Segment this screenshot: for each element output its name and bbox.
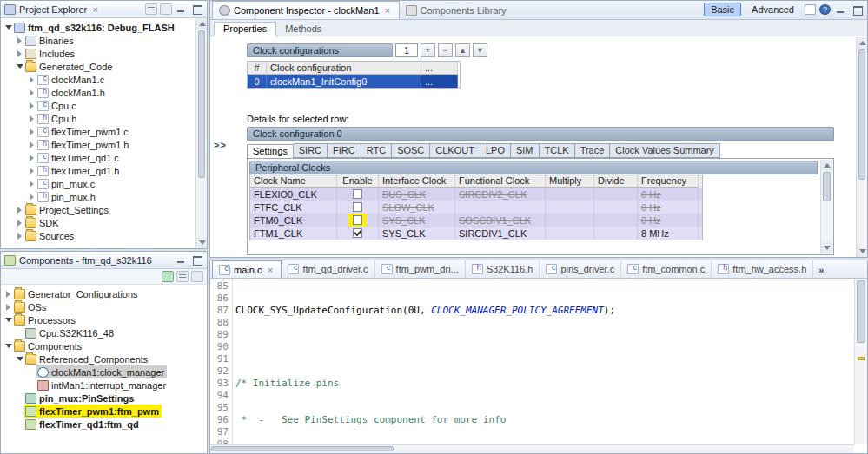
tree-item-sources[interactable]: Sources xyxy=(1,229,207,242)
scrollbar[interactable] xyxy=(195,18,207,248)
expand-arrow[interactable] xyxy=(15,36,24,45)
close-icon[interactable]: × xyxy=(383,5,393,16)
code-line[interactable]: CLOCK_SYS_UpdateConfiguration(0U, CLOCK_… xyxy=(235,305,854,317)
table-scrollbar[interactable] xyxy=(820,160,832,253)
tree-item-oss[interactable]: OSs xyxy=(1,300,207,313)
expand-arrow[interactable] xyxy=(3,341,13,351)
add-component-icon[interactable] xyxy=(162,271,174,282)
tab-overflow-chevron[interactable]: » xyxy=(818,265,824,278)
close-icon[interactable]: × xyxy=(90,4,100,15)
scroll-up-icon[interactable] xyxy=(196,18,207,30)
maximize-icon[interactable] xyxy=(190,254,203,266)
expand-arrow[interactable] xyxy=(15,231,24,240)
expand-arrow[interactable] xyxy=(15,218,24,227)
tree-item-file[interactable]: flexTimer_pwm1.c xyxy=(1,125,207,138)
enable-checkbox[interactable] xyxy=(353,215,362,225)
maximize-icon[interactable] xyxy=(190,3,203,15)
table-row-ftm1-clk[interactable]: FTM1_CLK SYS_CLK SIRCDIV1_CLK 8 MHz xyxy=(250,227,702,240)
document-icon[interactable] xyxy=(805,4,816,15)
expand-arrow[interactable] xyxy=(27,75,36,84)
table-row-selected[interactable]: 0 clockMan1_InitConfig0 ... xyxy=(248,75,460,88)
scroll-up-icon[interactable] xyxy=(821,160,832,171)
tree-item-file[interactable]: pin_mux.c xyxy=(1,177,207,190)
link-with-editor-icon[interactable] xyxy=(160,3,172,15)
close-icon[interactable]: × xyxy=(265,265,275,275)
tab-methods[interactable]: Methods xyxy=(276,23,330,36)
tree-item-binaries[interactable]: Binaries xyxy=(1,34,207,47)
tab-clock-values-summary[interactable]: Clock Values Summary xyxy=(610,143,720,158)
expand-arrow[interactable] xyxy=(3,315,13,325)
basic-button[interactable]: Basic xyxy=(704,3,741,16)
expand-arrow[interactable] xyxy=(15,62,24,71)
tab-ftm-pwm-driver-c[interactable]: ftm_pwm_dri... xyxy=(375,260,466,278)
minimize-icon[interactable] xyxy=(175,254,188,266)
collapse-all-icon[interactable] xyxy=(176,271,189,282)
tab-ftm-qd-driver-c[interactable]: ftm_qd_driver.c xyxy=(282,260,374,278)
remove-config-button[interactable]: − xyxy=(438,43,453,57)
move-up-button[interactable]: ▲ xyxy=(455,43,470,57)
tab-sirc[interactable]: SIRC xyxy=(294,143,328,158)
move-down-button[interactable]: ▼ xyxy=(473,43,487,57)
tree-item-generated-code[interactable]: Generated_Code xyxy=(1,60,207,73)
tree-item-includes[interactable]: Includes xyxy=(1,47,207,60)
scrollbar-thumb[interactable] xyxy=(858,49,865,180)
expand-arrow[interactable] xyxy=(3,302,13,312)
tab-ftm-hw-access-h[interactable]: ftm_hw_access.h xyxy=(712,260,813,278)
tab-ftm-common-c[interactable]: ftm_common.c xyxy=(621,260,712,278)
maximize-icon[interactable] xyxy=(851,4,864,16)
expand-arrow[interactable] xyxy=(15,49,24,58)
expand-arrow[interactable] xyxy=(27,140,36,149)
tree-item-generator-configurations[interactable]: Generator_Configurations xyxy=(1,287,207,300)
tree-item-components[interactable]: Components xyxy=(1,339,207,352)
tab-sim[interactable]: SIM xyxy=(511,143,540,158)
tree-item-file[interactable]: Cpu.h xyxy=(1,112,207,125)
tree-item-processors[interactable]: Processors xyxy=(1,313,207,326)
table-row-ftm0-clk[interactable]: FTM0_CLK SYS_CLK SOSCDIV1_CLK 0 Hz xyxy=(250,214,702,227)
tree-item-intman1[interactable]: intMan1:interrupt_manager xyxy=(1,378,207,391)
tree-item-file[interactable]: flexTimer_qd1.c xyxy=(1,151,207,164)
view-menu-icon[interactable] xyxy=(191,271,203,282)
tab-lpo[interactable]: LPO xyxy=(480,143,511,158)
code-area[interactable]: CLOCK_SYS_UpdateConfiguration(0U, CLOCK_… xyxy=(235,279,854,444)
scrollbar-thumb[interactable] xyxy=(823,172,831,201)
tab-main-c[interactable]: main.c× xyxy=(212,260,282,278)
tree-item-sdk[interactable]: SDK xyxy=(1,216,207,229)
minimize-icon[interactable] xyxy=(175,3,188,15)
expand-arrow[interactable] xyxy=(15,354,24,364)
minimize-icon[interactable] xyxy=(834,4,847,16)
tab-components-library[interactable]: Components Library xyxy=(400,1,513,19)
scrollbar-thumb[interactable] xyxy=(198,30,205,178)
enable-checkbox[interactable] xyxy=(353,189,362,199)
tab-sosc[interactable]: SOSC xyxy=(392,143,430,158)
tree-item-flextimer-pwm1[interactable]: flexTimer_pwm1:ftm_pwm xyxy=(1,405,207,418)
tab-trace[interactable]: Trace xyxy=(575,143,611,158)
tree-item-project-settings[interactable]: Project_Settings xyxy=(1,203,207,216)
expand-arrow[interactable] xyxy=(27,166,36,175)
expand-arrow[interactable] xyxy=(27,192,36,201)
enable-checkbox[interactable] xyxy=(353,202,362,212)
expand-arrow[interactable] xyxy=(27,101,36,110)
expand-arrow[interactable] xyxy=(27,127,36,136)
tree-item-referenced-components[interactable]: Referenced_Components xyxy=(1,352,207,365)
expand-arrow[interactable] xyxy=(27,88,36,97)
scroll-up-icon[interactable] xyxy=(857,37,867,49)
expand-arrow[interactable] xyxy=(3,289,13,299)
tab-firc[interactable]: FIRC xyxy=(328,143,361,158)
tree-item-file[interactable]: Cpu.c xyxy=(1,99,207,112)
tree-item-project[interactable]: ftm_qd_s32k116: Debug_FLASH xyxy=(1,21,207,34)
tree-item-file[interactable]: pin_mux.h xyxy=(1,190,207,203)
tab-tclk[interactable]: TCLK xyxy=(540,143,575,158)
tab-properties[interactable]: Properties xyxy=(214,22,276,36)
tab-rtc[interactable]: RTC xyxy=(361,143,392,158)
expand-arrow[interactable] xyxy=(27,179,36,188)
tree-item-pin-mux[interactable]: pin_mux:PinSettings xyxy=(1,391,207,405)
tree-item-flextimer-qd1[interactable]: flexTimer_qd1:ftm_qd xyxy=(1,418,207,431)
code-line[interactable] xyxy=(235,341,854,353)
scrollbar-thumb[interactable] xyxy=(857,280,865,343)
scroll-down-icon[interactable] xyxy=(821,242,832,253)
scrollbar-thumb[interactable] xyxy=(211,446,394,451)
expand-arrow[interactable] xyxy=(27,153,36,162)
editor-scrollbar-horizontal[interactable] xyxy=(210,444,854,453)
help-icon[interactable]: ? xyxy=(819,4,831,15)
collapse-all-icon[interactable] xyxy=(145,3,157,15)
